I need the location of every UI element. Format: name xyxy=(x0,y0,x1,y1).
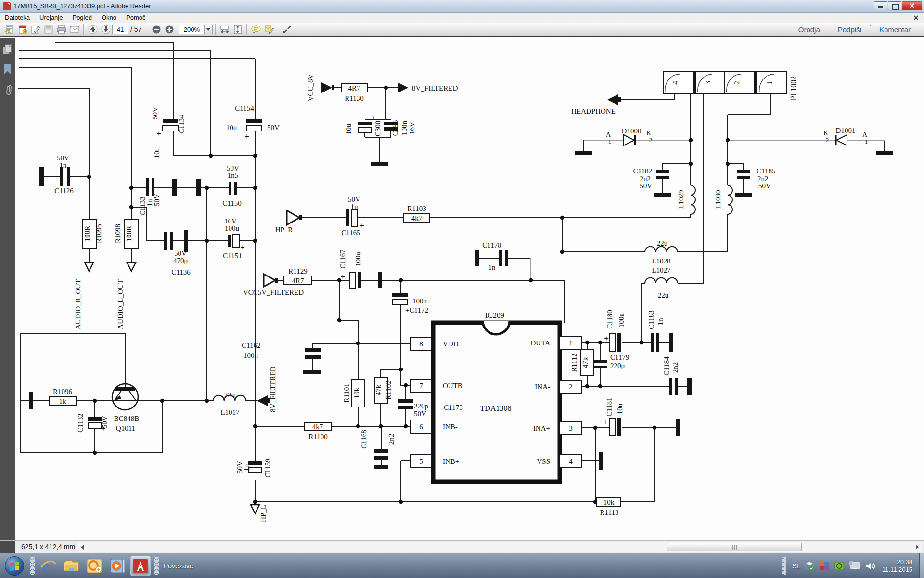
tray-dropbox-icon[interactable] xyxy=(804,561,815,571)
fit-page-button[interactable] xyxy=(231,24,244,35)
document-page[interactable]: 50V1nC1126100RR1095R1098100RAUDIO_R_OUTA… xyxy=(15,38,924,540)
tray-avg-icon[interactable] xyxy=(819,561,830,571)
previous-page-button[interactable] xyxy=(86,24,99,35)
page-total: / 57 xyxy=(130,26,141,33)
schematic-label: 1 xyxy=(865,138,868,145)
menu-okno[interactable]: Okno xyxy=(97,13,121,22)
scroll-left-icon[interactable] xyxy=(78,543,86,551)
schematic-label: 1 xyxy=(766,81,773,85)
convert-pdf-button[interactable] xyxy=(16,24,29,35)
tray-volume-icon[interactable] xyxy=(865,561,876,571)
toolbar: / 57 200% T OrodjaPodpišiKomentar xyxy=(0,23,924,37)
minimize-button[interactable] xyxy=(874,1,887,10)
schematic-label: +C1172 xyxy=(405,306,428,314)
menu-datoteka[interactable]: Datoteka xyxy=(0,13,35,22)
zoom-out-button[interactable] xyxy=(150,24,163,35)
page-number-input[interactable] xyxy=(112,25,128,34)
schematic-label: 470p xyxy=(173,257,188,264)
schematic-label: 100n xyxy=(400,121,408,136)
schematic-label: 1n xyxy=(656,318,664,326)
schematic-label: OUTB xyxy=(443,382,462,390)
schematic-label: R1113 xyxy=(600,509,619,516)
arrow-down-icon xyxy=(101,25,111,34)
horizontal-scrollbar[interactable] xyxy=(77,542,922,552)
schematic-label: 8V_FILTERED xyxy=(269,366,277,412)
email-button[interactable] xyxy=(68,24,81,35)
schematic-label: 1k xyxy=(59,397,67,405)
page-thumbnails-icon[interactable] xyxy=(3,44,13,55)
schematic-label: C1173 xyxy=(444,404,462,411)
tray-display-icon[interactable] xyxy=(849,561,860,571)
save-button[interactable] xyxy=(42,24,55,35)
fit-width-button[interactable] xyxy=(218,24,231,35)
schematic-label: VSS xyxy=(537,458,550,465)
schematic-label: 10u xyxy=(616,403,624,414)
schematic-label: 4 xyxy=(569,458,573,465)
scrollbar-thumb[interactable] xyxy=(667,543,802,551)
taskbar-adobe-reader[interactable] xyxy=(130,556,151,576)
schematic-label: 2n2 xyxy=(671,362,679,373)
close-document-icon[interactable] xyxy=(912,14,920,22)
schematic-label: C1136 xyxy=(171,268,191,276)
schematic-label: C1154 xyxy=(235,105,254,112)
schematic-label: 4R7 xyxy=(348,84,360,92)
schematic-label: 1n xyxy=(146,199,154,207)
convert-pdf-icon xyxy=(17,24,28,35)
schematic-label: 100u xyxy=(354,252,362,267)
schematic-label: C1150 xyxy=(222,199,241,207)
sign-pen-icon xyxy=(30,24,41,35)
scroll-right-icon[interactable] xyxy=(913,543,921,551)
schematic-label: 50V xyxy=(758,182,771,190)
tray-nvidia-icon[interactable] xyxy=(834,561,845,571)
schematic-label: 10u xyxy=(153,147,161,158)
taskbar-explorer[interactable] xyxy=(61,556,81,576)
print-button[interactable] xyxy=(55,24,68,35)
show-desktop-button[interactable] xyxy=(919,553,924,578)
taskbar-internet-explorer[interactable]: e xyxy=(38,556,58,576)
schematic-label: 1n5 xyxy=(228,171,239,179)
next-page-button[interactable] xyxy=(99,24,112,35)
schematic-label: C1185 xyxy=(757,167,775,175)
taskbar-clock[interactable]: 20:38 11.11.2015 xyxy=(882,558,912,574)
schematic-label: HP_R xyxy=(275,226,293,234)
toolbar-orodja-button[interactable]: Orodja xyxy=(790,26,829,34)
zoom-in-button[interactable] xyxy=(163,24,176,35)
title-bar[interactable]: 17MB15_SB-SI_1273741339.pdf - Adobe Read… xyxy=(0,0,924,13)
schematic-label: C1184 xyxy=(663,356,670,376)
fullscreen-button[interactable] xyxy=(281,24,294,35)
highlight-button[interactable]: T xyxy=(262,24,275,35)
sign-button[interactable] xyxy=(29,24,42,35)
menu-urejanje[interactable]: Urejanje xyxy=(35,13,67,22)
ic209-notch xyxy=(483,321,510,334)
schematic-label: + xyxy=(263,469,268,478)
zoom-dropdown-icon[interactable] xyxy=(205,25,213,34)
maximize-button[interactable] xyxy=(888,1,901,10)
menu-pomo[interactable]: Pomoč xyxy=(121,13,150,22)
net-arrows xyxy=(85,82,621,513)
taskbar-media-player[interactable] xyxy=(107,556,128,576)
schematic-label: D1001 xyxy=(836,127,856,134)
open-button[interactable] xyxy=(3,24,16,35)
bookmarks-icon[interactable] xyxy=(3,64,13,75)
schematic-label: INA+ xyxy=(533,424,550,432)
attachments-icon[interactable] xyxy=(3,84,13,96)
taskbar-outlook[interactable] xyxy=(84,556,104,576)
start-button[interactable] xyxy=(5,556,24,576)
svg-text:e: e xyxy=(42,558,49,574)
comment-button[interactable] xyxy=(249,24,262,35)
toolbar-komentar-button[interactable]: Komentar xyxy=(871,26,919,34)
schematic-label: VDD xyxy=(443,340,459,348)
schematic-label: 2n2 xyxy=(387,434,395,445)
schematic-label: 4 xyxy=(671,81,679,85)
menu-pogled[interactable]: Pogled xyxy=(67,13,96,22)
email-icon xyxy=(69,24,80,35)
zoom-level[interactable]: 200% xyxy=(179,25,205,34)
schematic-label: 100n xyxy=(244,352,258,359)
links-toolbar-label[interactable]: Povezave xyxy=(164,562,193,570)
schematic-label: 2n2 xyxy=(640,175,651,183)
windows-taskbar: e Povezave SL 20:38 11.11.2015 xyxy=(0,553,924,578)
language-indicator[interactable]: SL xyxy=(792,562,800,570)
schematic-label: C1168 xyxy=(360,430,368,448)
close-button[interactable] xyxy=(902,1,922,10)
toolbar-podpii-button[interactable]: Podpiši xyxy=(829,26,870,34)
